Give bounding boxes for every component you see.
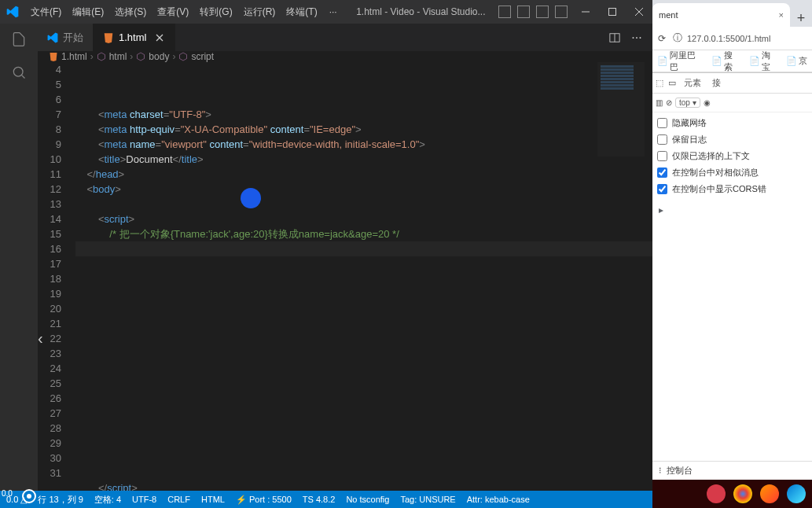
status-ts-version[interactable]: TS 4.8.2 [303, 495, 336, 504]
more-actions-icon[interactable]: ··· [630, 31, 643, 44]
status-cursor-pos[interactable]: 行 13，列 9 [38, 494, 83, 506]
devtools-tab-elements[interactable]: 元素 [681, 77, 704, 89]
search-icon[interactable] [9, 63, 28, 82]
checkbox[interactable] [657, 167, 667, 178]
status-language[interactable]: HTML [201, 495, 225, 504]
layout-controls [498, 6, 572, 18]
close-icon[interactable] [154, 32, 165, 43]
devtools-settings: 隐藏网络保留日志仅限已选择的上下文在控制台中对相似消息在控制台中显示CORS错 [652, 112, 812, 204]
status-eol[interactable]: CRLF [167, 495, 190, 504]
menu-edit[interactable]: 编辑(E) [67, 6, 109, 19]
devtools-eye-icon[interactable]: ◉ [704, 98, 711, 107]
status-tag[interactable]: Tag: UNSURE [400, 495, 455, 504]
taskbar-firefox-icon[interactable] [760, 484, 779, 503]
checkbox[interactable] [657, 184, 667, 194]
devtools-sidebar-icon[interactable]: ▥ [656, 98, 663, 107]
devtools-inspect-icon[interactable]: ⬚ [656, 78, 663, 88]
checkbox-label: 在控制台中显示CORS错 [672, 183, 766, 195]
devtools-expand-toggle[interactable]: ▸ [652, 204, 812, 215]
bookmarks-bar: 📄 阿里巴巴 📄 搜索 📄 淘宝 📄 京 [652, 50, 812, 72]
status-corner: 0.0 [2, 489, 13, 498]
menu-overflow[interactable]: ··· [323, 6, 344, 17]
address-bar[interactable]: 127.0.0.1:5500/1.html [687, 34, 809, 43]
devtools-checkbox-row[interactable]: 保留日志 [657, 134, 807, 145]
tab-welcome[interactable]: 开始 [38, 24, 94, 51]
browser-tab-strip: ment × + [652, 0, 812, 27]
vscode-logo-icon [47, 32, 58, 43]
browser-tab-title: ment [659, 10, 678, 20]
checkbox[interactable] [657, 134, 667, 145]
breadcrumb-item[interactable]: html [109, 51, 127, 62]
status-attr[interactable]: Attr: kebab-case [467, 495, 530, 504]
status-tsconfig[interactable]: No tsconfig [346, 495, 389, 504]
devtools-tabs: ⬚ ▭ 元素 接 [652, 73, 812, 94]
devtools-panel: ⬚ ▭ 元素 接 ▥ ⊘ top ▾ ◉ 隐藏网络保留日志仅限已选择的上下文在控… [652, 72, 812, 480]
svg-line-5 [21, 75, 24, 78]
menu-view[interactable]: 查看(V) [152, 6, 194, 19]
editor-tabs: 开始 1.html ··· [38, 24, 652, 51]
devtools-checkbox-row[interactable]: 在控制台中显示CORS错 [657, 183, 807, 195]
devtools-checkbox-row[interactable]: 在控制台中对相似消息 [657, 167, 807, 179]
activity-bar [0, 24, 38, 491]
status-indent[interactable]: 空格: 4 [94, 494, 121, 506]
window-maximize-icon[interactable] [599, 0, 626, 24]
devtools-context-select[interactable]: top ▾ [675, 98, 700, 108]
cursor-highlight [241, 188, 261, 208]
checkbox[interactable] [657, 151, 667, 161]
devtools-tab-other[interactable]: 接 [709, 77, 724, 89]
devtools-clear-icon[interactable]: ⊘ [666, 98, 672, 107]
devtools-device-icon[interactable]: ▭ [668, 78, 676, 88]
menu-terminal[interactable]: 终端(T) [281, 6, 322, 19]
split-editor-icon[interactable] [608, 31, 621, 44]
html-file-icon [103, 32, 114, 43]
checkbox[interactable] [657, 118, 667, 128]
breadcrumb-item[interactable]: body [149, 51, 169, 62]
status-liveserver[interactable]: ⚡ Port : 5500 [236, 495, 292, 505]
bookmark-item[interactable]: 📄 京 [786, 55, 807, 67]
tab-1-html[interactable]: 1.html [94, 24, 175, 51]
breadcrumb-item[interactable]: 1.html [61, 51, 87, 62]
new-tab-button[interactable]: + [790, 10, 812, 27]
layout-toggle-1-icon[interactable] [498, 6, 511, 18]
os-taskbar [652, 480, 812, 508]
layout-toggle-2-icon[interactable] [517, 6, 530, 18]
window-title: 1.html - Video - Visual Studio... [344, 6, 498, 17]
checkbox-label: 在控制台中对相似消息 [672, 167, 759, 179]
status-encoding[interactable]: UTF-8 [132, 495, 156, 504]
window-close-icon[interactable] [626, 0, 652, 24]
info-icon[interactable]: ⓘ [671, 31, 684, 45]
reload-icon[interactable]: ⟳ [656, 33, 668, 44]
explorer-icon[interactable] [9, 30, 28, 49]
line-gutter: 4567891011121314151617181920212223242526… [38, 62, 75, 491]
close-icon[interactable]: × [779, 10, 784, 20]
bookmark-item[interactable]: 📄 阿里巴巴 [657, 50, 704, 73]
tab-label: 1.html [119, 31, 146, 43]
browser-toolbar: ⟳ ⓘ 127.0.0.1:5500/1.html [652, 27, 812, 50]
menu-run[interactable]: 运行(R) [238, 6, 281, 19]
breadcrumbs[interactable]: 1.html › html › body › script [38, 51, 652, 62]
taskbar-edge-icon[interactable] [787, 484, 806, 503]
html-file-icon [49, 52, 58, 61]
minimap[interactable] [597, 62, 645, 156]
record-indicator-icon [22, 489, 36, 503]
menu-select[interactable]: 选择(S) [109, 6, 152, 19]
bookmark-item[interactable]: 📄 淘宝 [749, 50, 778, 73]
menu-goto[interactable]: 转到(G) [194, 6, 237, 19]
devtools-checkbox-row[interactable]: 隐藏网络 [657, 117, 807, 129]
menu-file[interactable]: 文件(F) [25, 6, 67, 19]
taskbar-chrome-icon[interactable] [733, 484, 752, 503]
window-minimize-icon[interactable] [572, 0, 599, 24]
chevron-left-icon[interactable]: ‹ [38, 329, 43, 348]
layout-toggle-4-icon[interactable] [555, 6, 568, 18]
browser-tab[interactable]: ment × [652, 3, 790, 27]
devtools-console-drawer[interactable]: ⁝ 控制台 [652, 461, 812, 480]
devtools-checkbox-row[interactable]: 仅限已选择的上下文 [657, 150, 807, 162]
taskbar-app-icon[interactable] [707, 484, 726, 503]
breadcrumb-item[interactable]: script [191, 51, 214, 62]
code-editor[interactable]: 4567891011121314151617181920212223242526… [38, 62, 652, 491]
layout-toggle-3-icon[interactable] [536, 6, 549, 18]
cube-icon [136, 52, 145, 61]
vscode-logo-icon [6, 6, 19, 18]
code-area[interactable]: <meta charset="UTF-8"> <meta http-equiv=… [75, 62, 652, 491]
bookmark-item[interactable]: 📄 搜索 [711, 50, 740, 73]
